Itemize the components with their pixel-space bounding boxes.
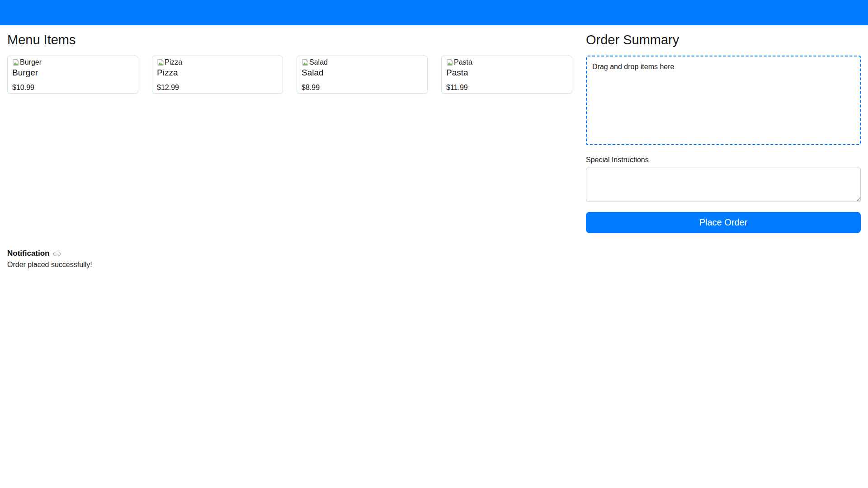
- menu-item-image-burger: Burger: [12, 58, 133, 66]
- menu-items-heading: Menu Items: [7, 33, 572, 47]
- menu-item-image-alt-text: Salad: [309, 58, 328, 66]
- menu-item-image-pasta: Pasta: [446, 58, 567, 66]
- menu-item-name: Burger: [12, 68, 133, 78]
- broken-image-icon: [446, 59, 453, 66]
- notification-dismiss-button[interactable]: [53, 252, 61, 256]
- menu-item-image-alt-text: Burger: [20, 58, 42, 66]
- app-header-bar: [0, 0, 868, 25]
- menu-section: Menu Items Burger Burger $10.99: [7, 33, 572, 233]
- menu-item-image-salad: Salad: [302, 58, 423, 66]
- special-instructions-textarea[interactable]: [586, 168, 861, 202]
- menu-item-price: $10.99: [12, 84, 133, 92]
- menu-item-name: Pasta: [446, 68, 567, 78]
- menu-item-card-burger[interactable]: Burger Burger $10.99: [7, 56, 138, 94]
- menu-item-card-pizza[interactable]: Pizza Pizza $12.99: [152, 56, 283, 94]
- broken-image-icon: [12, 59, 19, 66]
- broken-image-icon: [157, 59, 164, 66]
- menu-cards-grid: Burger Burger $10.99 Pizza Pizza $12.99: [7, 56, 572, 94]
- notification-message: Order placed successfully!: [7, 261, 861, 269]
- menu-item-card-salad[interactable]: Salad Salad $8.99: [297, 56, 428, 94]
- menu-item-price: $11.99: [446, 84, 567, 92]
- notification-header-row: Notification: [7, 249, 861, 258]
- main-content: Menu Items Burger Burger $10.99: [0, 25, 868, 240]
- menu-item-image-alt-text: Pizza: [165, 58, 182, 66]
- broken-image-icon: [302, 59, 309, 66]
- menu-item-name: Pizza: [157, 68, 278, 78]
- menu-item-price: $12.99: [157, 84, 278, 92]
- notification-area: Notification Order placed successfully!: [7, 249, 861, 269]
- menu-item-image-alt-text: Pasta: [454, 58, 472, 66]
- order-summary-section: Order Summary Drag and drop items here S…: [586, 33, 861, 233]
- dropzone-hint-text: Drag and drop items here: [592, 63, 674, 70]
- place-order-button[interactable]: Place Order: [586, 212, 861, 233]
- order-dropzone[interactable]: Drag and drop items here: [586, 56, 861, 145]
- notification-title: Notification: [7, 249, 50, 258]
- menu-item-image-pizza: Pizza: [157, 58, 278, 66]
- special-instructions-label: Special Instructions: [586, 156, 861, 164]
- menu-item-card-pasta[interactable]: Pasta Pasta $11.99: [441, 56, 572, 94]
- menu-item-name: Salad: [302, 68, 423, 78]
- order-summary-heading: Order Summary: [586, 33, 861, 47]
- menu-item-price: $8.99: [302, 84, 423, 92]
